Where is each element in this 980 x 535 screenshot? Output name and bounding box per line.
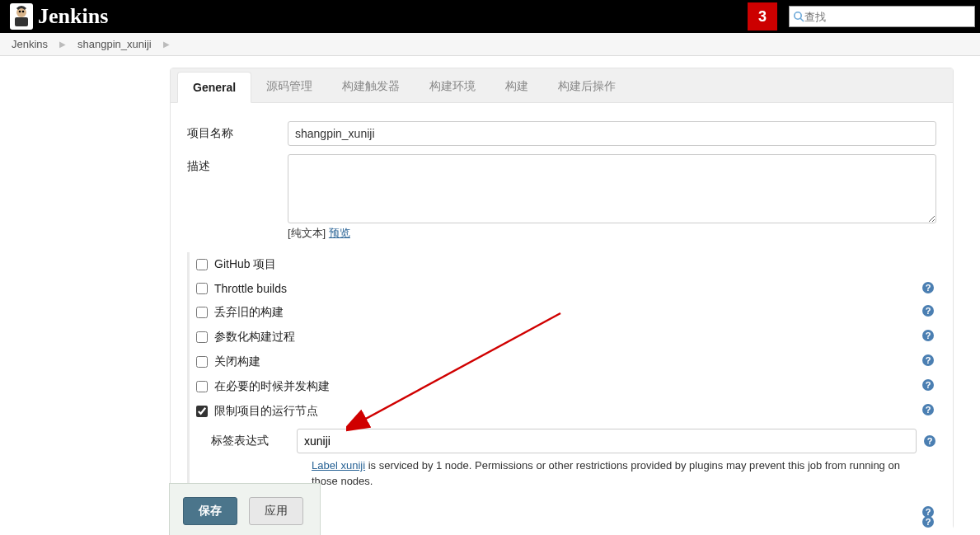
checkbox-discard-old-builds[interactable] [196,307,208,318]
svg-text:?: ? [926,355,931,365]
apply-button[interactable]: 应用 [249,497,303,525]
description-textarea[interactable] [288,154,936,223]
option-label: 丢弃旧的构建 [214,305,284,320]
description-label: 描述 [187,154,288,241]
option-throttle-builds[interactable]: Throttle builds ? [196,277,936,300]
config-tabs: General 源码管理 构建触发器 构建环境 构建 构建后操作 [171,68,953,103]
project-name-label: 项目名称 [187,121,288,146]
svg-text:?: ? [926,331,931,340]
svg-line-5 [800,18,804,21]
tab-env[interactable]: 构建环境 [415,71,490,102]
label-link[interactable]: Label xuniji [312,459,365,472]
tab-scm[interactable]: 源码管理 [251,71,327,102]
label-expression-input[interactable] [297,429,917,453]
breadcrumb: Jenkins ▶ shangpin_xuniji ▶ [0,33,980,56]
help-icon[interactable]: ? [921,515,935,528]
footer-bar: 保存 应用 [169,483,321,535]
tab-postbuild[interactable]: 构建后操作 [543,71,631,102]
jenkins-logo-icon[interactable] [10,3,33,30]
preview-link[interactable]: 预览 [329,227,350,239]
svg-text:?: ? [926,405,931,415]
form-body: 项目名称 描述 [纯文本] 预览 GitHub 项目 Throttle buil… [171,103,953,529]
option-label: 限制项目的运行节点 [214,404,318,419]
project-name-input[interactable] [288,121,936,146]
option-concurrent-build[interactable]: 在必要的时候并发构建 ? [196,374,936,399]
config-panel: General 源码管理 构建触发器 构建环境 构建 构建后操作 项目名称 描述… [170,68,954,529]
plain-text-label: [纯文本] [288,227,329,239]
svg-text:?: ? [926,306,931,316]
checkbox-parameterized-build[interactable] [196,331,208,343]
svg-point-4 [795,12,801,19]
svg-text:?: ? [927,436,933,446]
option-discard-old-builds[interactable]: 丢弃旧的构建 ? [196,300,936,325]
search-icon [793,11,804,22]
label-expression-label: 标签表达式 [211,434,297,448]
help-icon[interactable]: ? [921,403,935,416]
options-section: GitHub 项目 Throttle builds ? 丢弃旧的构建 ? 参数化… [187,252,936,521]
help-icon[interactable]: ? [921,281,935,294]
search-input[interactable] [804,11,971,23]
label-expression-row: 标签表达式 ? [196,424,936,458]
svg-text:?: ? [926,517,931,527]
option-restrict-node[interactable]: 限制项目的运行节点 ? [196,399,936,424]
tab-triggers[interactable]: 构建触发器 [327,71,415,102]
checkbox-disable-build[interactable] [196,356,208,368]
label-note-text: is serviced by 1 node. Permissions or ot… [312,459,900,487]
svg-text:?: ? [926,283,931,293]
notification-count: 3 [758,8,767,26]
brand-name[interactable]: Jenkins [38,4,108,29]
checkbox-github-project[interactable] [196,259,208,270]
breadcrumb-item[interactable]: shangpin_xuniji [77,38,152,50]
help-icon[interactable]: ? [921,378,935,392]
help-icon[interactable]: ? [921,329,935,342]
help-icon[interactable]: ? [923,434,936,448]
option-disable-build[interactable]: 关闭构建 ? [196,350,936,374]
option-label: Throttle builds [214,282,287,295]
checkbox-throttle-builds[interactable] [196,283,208,294]
chevron-right-icon: ▶ [59,40,66,49]
option-label: 参数化构建过程 [214,330,295,345]
label-expression-note: Label xuniji is serviced by 1 node. Perm… [312,458,936,490]
option-parameterized-build[interactable]: 参数化构建过程 ? [196,325,936,350]
save-button[interactable]: 保存 [183,497,237,525]
chevron-right-icon: ▶ [163,40,170,49]
help-icon[interactable]: ? [921,304,935,317]
top-header: Jenkins 3 [0,0,980,33]
option-github-project[interactable]: GitHub 项目 [196,252,936,277]
breadcrumb-root[interactable]: Jenkins [12,38,48,50]
checkbox-concurrent-build[interactable] [196,381,208,392]
tab-general[interactable]: General [177,72,251,103]
svg-rect-1 [15,17,28,26]
notification-badge[interactable]: 3 [748,2,777,31]
option-label: GitHub 项目 [214,257,276,272]
search-box[interactable] [789,6,975,27]
svg-point-2 [19,11,21,13]
help-icon[interactable]: ? [921,354,935,367]
checkbox-restrict-node[interactable] [196,406,208,417]
option-label: 在必要的时候并发构建 [214,379,330,394]
option-label: 关闭构建 [214,354,260,369]
tab-build[interactable]: 构建 [490,71,543,102]
svg-text:?: ? [926,380,931,390]
svg-point-3 [22,11,25,13]
